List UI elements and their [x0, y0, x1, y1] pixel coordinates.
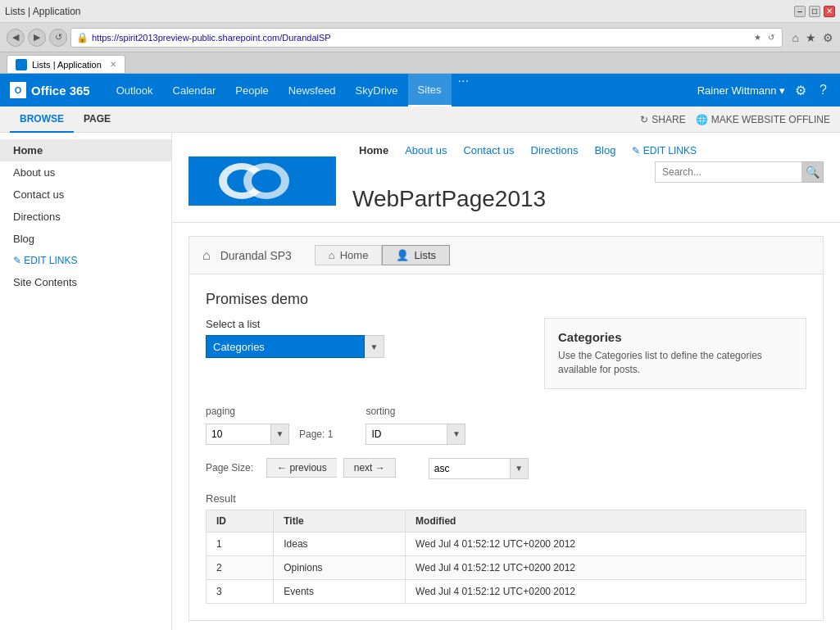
url-text: https://spirit2013preview-public.sharepo… [92, 33, 748, 43]
o365-user-menu[interactable]: Rainer Wittmann ▾ [697, 84, 785, 97]
forward-button[interactable]: ▶ [28, 29, 46, 47]
browser-toolbar: ⌂ ★ ⚙ [792, 31, 833, 44]
paging-row: 10 5 20 50 ▼ Page: 1 [206, 424, 333, 445]
sorting-group: sorting ID Title Modified ▼ [366, 406, 465, 445]
maximize-button[interactable]: □ [809, 6, 820, 17]
cell-modified: Wed Jul 4 01:52:12 UTC+0200 2012 [406, 532, 806, 555]
pagination-sort-row: Page Size: ← previous next → asc desc ▼ [206, 458, 806, 479]
o365-nav-more-icon[interactable]: ··· [452, 74, 475, 107]
o365-settings-icon[interactable]: ⚙ [792, 79, 810, 102]
o365-nav: Outlook Calendar People Newsfeed SkyDriv… [107, 74, 697, 107]
site-search: 🔍 [655, 161, 824, 183]
cell-title: Opinions [274, 555, 406, 579]
page-size-label: Page Size: [206, 462, 253, 474]
sp-ribbon: BROWSE PAGE ↻ SHARE 🌐 MAKE WEBSITE OFFLI… [0, 107, 840, 133]
browser-nav: ◀ ▶ ↺ 🔒 https://spirit2013preview-public… [0, 23, 840, 52]
sort-order-wrapper: asc desc ▼ [429, 458, 529, 479]
star-toolbar-icon[interactable]: ★ [806, 31, 816, 44]
site-nav-home[interactable]: Home [352, 143, 395, 158]
o365-nav-people[interactable]: People [225, 74, 278, 107]
list-select-dropdown-btn[interactable]: ▼ [365, 335, 384, 358]
result-section: Result ID Title Modified 1 Idea [206, 492, 806, 604]
sort-field-dropdown-btn[interactable]: ▼ [447, 424, 465, 445]
tab-close-icon[interactable]: ✕ [110, 60, 116, 69]
ribbon-right: ↻ SHARE 🌐 MAKE WEBSITE OFFLINE [640, 114, 830, 125]
site-nav-edit-links[interactable]: ✎ EDIT LINKS [632, 145, 696, 156]
paging-group: paging 10 5 20 50 ▼ [206, 406, 333, 445]
lists-tab-label: Lists [414, 249, 436, 261]
o365-logo-icon-text: O [15, 85, 22, 95]
o365-nav-sites[interactable]: Sites [408, 74, 452, 107]
search-input[interactable] [655, 161, 802, 183]
ribbon-tab-page[interactable]: PAGE [74, 107, 120, 133]
close-button[interactable]: ✕ [824, 6, 835, 17]
site-nav-about[interactable]: About us [398, 143, 453, 158]
o365-help-icon[interactable]: ? [816, 79, 830, 101]
sidebar-item-directions[interactable]: Directions [0, 206, 171, 228]
bookmark-icon[interactable]: ★ [751, 32, 764, 43]
main-content: Home About us Contact us Directions Blog… [172, 133, 840, 630]
site-header: Home About us Contact us Directions Blog… [172, 133, 840, 223]
minimize-button[interactable]: – [794, 6, 806, 17]
svg-point-3 [252, 170, 281, 193]
back-button[interactable]: ◀ [7, 29, 25, 47]
sidebar-item-home[interactable]: Home [0, 139, 171, 161]
cell-id: 3 [207, 579, 274, 603]
search-button[interactable]: 🔍 [802, 161, 824, 183]
webpart-tab-lists[interactable]: 👤 Lists [382, 245, 450, 265]
list-select-wrapper: Categories Ideas Opinions Events ▼ [206, 335, 528, 358]
o365-nav-outlook[interactable]: Outlook [107, 74, 163, 107]
col-header-title: Title [274, 510, 406, 532]
sidebar-item-blog[interactable]: Blog [0, 228, 171, 250]
o365-header: O Office 365 Outlook Calendar People New… [0, 74, 840, 107]
sidebar: Home About us Contact us Directions Blog… [0, 133, 172, 630]
sidebar-item-about[interactable]: About us [0, 161, 171, 184]
next-button[interactable]: next → [343, 458, 396, 478]
content-left: Select a list Categories Ideas Opinions … [206, 318, 528, 389]
home-toolbar-icon[interactable]: ⌂ [792, 31, 799, 44]
webpart-tab-home[interactable]: ⌂ Home [315, 245, 383, 265]
ribbon-tab-browse[interactable]: BROWSE [10, 107, 74, 133]
sort-order-dropdown-btn[interactable]: ▼ [511, 458, 529, 479]
sort-field-select[interactable]: ID Title Modified [366, 424, 447, 445]
share-icon: ↻ [640, 114, 648, 125]
address-bar[interactable]: 🔒 https://spirit2013preview-public.share… [70, 28, 783, 48]
o365-right: Rainer Wittmann ▾ ⚙ ? [697, 79, 830, 102]
offline-action[interactable]: 🌐 MAKE WEBSITE OFFLINE [696, 114, 830, 125]
info-box-title: Categories [558, 330, 792, 344]
page-nav-group: Page Size: ← previous next → [206, 458, 396, 478]
o365-nav-skydrive[interactable]: SkyDrive [346, 74, 408, 107]
paging-select-wrapper: 10 5 20 50 ▼ [206, 424, 289, 445]
cell-title: Events [274, 579, 406, 603]
refresh-addr-icon[interactable]: ↺ [765, 32, 777, 43]
cell-id: 1 [207, 532, 274, 555]
paging-select[interactable]: 10 5 20 50 [206, 424, 271, 445]
sidebar-edit-links[interactable]: ✎ EDIT LINKS [0, 250, 171, 271]
paging-dropdown-btn[interactable]: ▼ [271, 424, 289, 445]
settings-toolbar-icon[interactable]: ⚙ [823, 31, 833, 44]
sort-order-select[interactable]: asc desc [429, 458, 511, 479]
o365-logo-text: Office 365 [31, 84, 90, 97]
offline-icon: 🌐 [696, 114, 708, 125]
result-table: ID Title Modified 1 Ideas Wed Jul 4 01:5… [206, 510, 806, 604]
sidebar-item-contact[interactable]: Contact us [0, 184, 171, 206]
o365-nav-calendar[interactable]: Calendar [163, 74, 226, 107]
prev-button[interactable]: ← previous [266, 458, 337, 478]
paging-label: paging [206, 406, 333, 417]
o365-logo[interactable]: O Office 365 [10, 82, 90, 98]
title-bar-left: Lists | Application [5, 6, 81, 17]
refresh-button[interactable]: ↺ [49, 29, 67, 47]
share-action[interactable]: ↻ SHARE [640, 114, 685, 125]
promises-title: Promises demo [206, 291, 806, 308]
cell-id: 2 [207, 555, 274, 579]
o365-nav-newsfeed[interactable]: Newsfeed [279, 74, 346, 107]
sidebar-site-contents[interactable]: Site Contents [0, 271, 171, 293]
webpart-container: ⌂ Durandal SP3 ⌂ Home 👤 Lists [188, 236, 824, 621]
list-select[interactable]: Categories Ideas Opinions Events [206, 335, 365, 358]
site-nav-directions[interactable]: Directions [524, 143, 585, 158]
site-nav-blog[interactable]: Blog [588, 143, 622, 158]
webpart-area: ⌂ Durandal SP3 ⌂ Home 👤 Lists [172, 223, 840, 630]
browser-tab[interactable]: Lists | Application ✕ [7, 55, 125, 73]
site-nav-contact[interactable]: Contact us [456, 143, 520, 158]
share-label: SHARE [652, 114, 685, 125]
